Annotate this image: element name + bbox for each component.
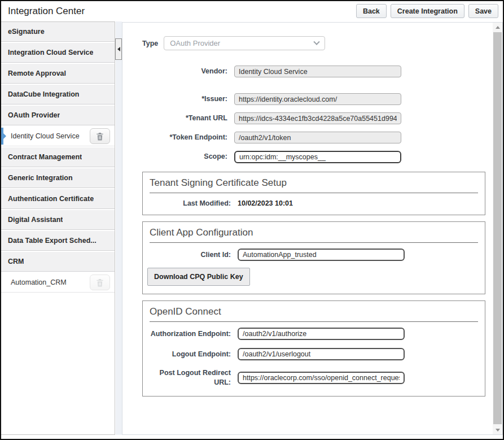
- sidebar-item-integration-cloud-service[interactable]: Integration Cloud Service: [1, 43, 115, 63]
- main-panel: Type OAuth Provider Vendor: *Issuer: *Te…: [122, 22, 503, 435]
- sidebar-item-data-table-export-scheduler[interactable]: Data Table Export Sched...: [1, 231, 115, 251]
- form-content: Type OAuth Provider Vendor: *Issuer: *Te…: [122, 23, 493, 434]
- save-button[interactable]: Save: [468, 4, 498, 18]
- triangle-up-icon: [496, 26, 500, 29]
- type-selected-value: OAuth Provider: [170, 39, 220, 47]
- sidebar-collapse-button[interactable]: [115, 38, 122, 60]
- sidebar-item-automation-crm[interactable]: Automation_CRM: [1, 273, 115, 293]
- vendor-field: [234, 66, 401, 77]
- create-integration-button[interactable]: Create Integration: [391, 4, 464, 18]
- post-logout-redirect-url-row: Post Logout Redirect URL:: [143, 368, 485, 387]
- last-modified-row: Last Modified: 10/02/2023 10:01: [143, 199, 485, 208]
- delete-automation-crm-button: [90, 275, 110, 290]
- sidebar-item-crm[interactable]: CRM: [1, 252, 115, 272]
- sidebar-item-generic-integration[interactable]: Generic Integration: [1, 168, 115, 188]
- vertical-scrollbar[interactable]: [493, 23, 502, 434]
- sidebar-item-remote-approval[interactable]: Remote Approval: [1, 64, 115, 84]
- tenant-signing-certificate-section: Tenant Signing Certificate Setup Last Mo…: [142, 172, 485, 215]
- title-bar: Integration Center Back Create Integrati…: [1, 1, 503, 21]
- triangle-down-icon: [496, 429, 500, 432]
- scroll-down-button[interactable]: [493, 425, 502, 434]
- download-cpq-public-key-button[interactable]: Download CPQ Public Key: [147, 268, 250, 286]
- back-button[interactable]: Back: [356, 4, 387, 18]
- sidebar-item-identity-cloud-service[interactable]: Identity Cloud Service: [1, 127, 115, 146]
- section-title: Tenant Signing Certificate Setup: [143, 172, 485, 193]
- scope-label: Scope:: [142, 153, 234, 162]
- section-title: Client App Configuration: [143, 222, 485, 242]
- section-divider: [150, 193, 478, 193]
- integration-center-window: Integration Center Back Create Integrati…: [0, 0, 504, 440]
- selected-marker: [1, 128, 3, 145]
- scope-row: Scope:: [142, 151, 485, 163]
- vendor-label: Vendor:: [142, 67, 234, 76]
- issuer-field: [234, 93, 401, 105]
- sidebar-item-datacube-integration[interactable]: DataCube Integration: [1, 85, 115, 104]
- type-select: OAuth Provider: [164, 36, 325, 50]
- authorization-endpoint-label: Authorization Endpoint:: [143, 329, 238, 338]
- scope-field[interactable]: [234, 151, 401, 163]
- authorization-endpoint-row: Authorization Endpoint:: [143, 328, 485, 340]
- page-title: Integration Center: [8, 6, 85, 17]
- sidebar-item-esignature[interactable]: eSignature: [1, 22, 115, 42]
- client-id-label: Client Id:: [143, 250, 238, 259]
- last-modified-label: Last Modified:: [143, 199, 238, 208]
- section-divider: [150, 242, 478, 243]
- chevron-down-icon: [314, 38, 320, 45]
- token-endpoint-field: [234, 132, 401, 143]
- chevron-left-icon: [117, 47, 120, 51]
- trash-icon: [96, 132, 104, 141]
- post-logout-redirect-url-field[interactable]: [238, 372, 405, 384]
- trash-icon: [96, 278, 104, 287]
- tenant-url-field: [234, 112, 401, 124]
- vendor-row: Vendor:: [142, 66, 485, 77]
- type-row: Type OAuth Provider: [142, 36, 485, 50]
- logout-endpoint-row: Logout Endpoint:: [143, 348, 485, 360]
- sidebar-item-oauth-provider[interactable]: OAuth Provider: [1, 106, 115, 125]
- delete-identity-cloud-service-button[interactable]: [90, 128, 110, 144]
- type-label: Type: [142, 40, 158, 47]
- openid-connect-section: OpenID Connect Authorization Endpoint: L…: [142, 300, 485, 397]
- sidebar-gap: [116, 21, 122, 435]
- section-divider: [150, 321, 478, 322]
- logout-endpoint-label: Logout Endpoint:: [143, 350, 238, 359]
- sidebar-item-digital-assistant[interactable]: Digital Assistant: [1, 210, 115, 230]
- issuer-label: *Issuer:: [142, 95, 234, 104]
- header-buttons: Back Create Integration Save: [356, 4, 498, 18]
- token-endpoint-label: *Token Endpoint:: [142, 133, 234, 142]
- sidebar-item-contract-management[interactable]: Contract Management: [1, 147, 115, 167]
- token-endpoint-row: *Token Endpoint:: [142, 132, 485, 143]
- client-id-field[interactable]: [238, 249, 405, 261]
- issuer-row: *Issuer:: [142, 93, 485, 105]
- logout-endpoint-field[interactable]: [238, 348, 405, 360]
- scroll-up-button[interactable]: [493, 23, 502, 32]
- scrollbar-thumb[interactable]: [493, 32, 502, 424]
- last-modified-value: 10/02/2023 10:01: [238, 199, 293, 207]
- sidebar: eSignature Integration Cloud Service Rem…: [1, 21, 115, 435]
- post-logout-redirect-url-label: Post Logout Redirect URL:: [143, 368, 238, 387]
- sidebar-item-authentication-certificate[interactable]: Authentication Certificate: [1, 189, 115, 209]
- authorization-endpoint-field[interactable]: [238, 328, 405, 340]
- section-title: OpenID Connect: [143, 301, 485, 321]
- tenant-url-row: *Tenant URL: [142, 112, 485, 124]
- tenant-url-label: *Tenant URL: [142, 114, 234, 123]
- client-app-configuration-section: Client App Configuration Client Id: Down…: [142, 221, 485, 294]
- client-id-row: Client Id:: [143, 249, 485, 261]
